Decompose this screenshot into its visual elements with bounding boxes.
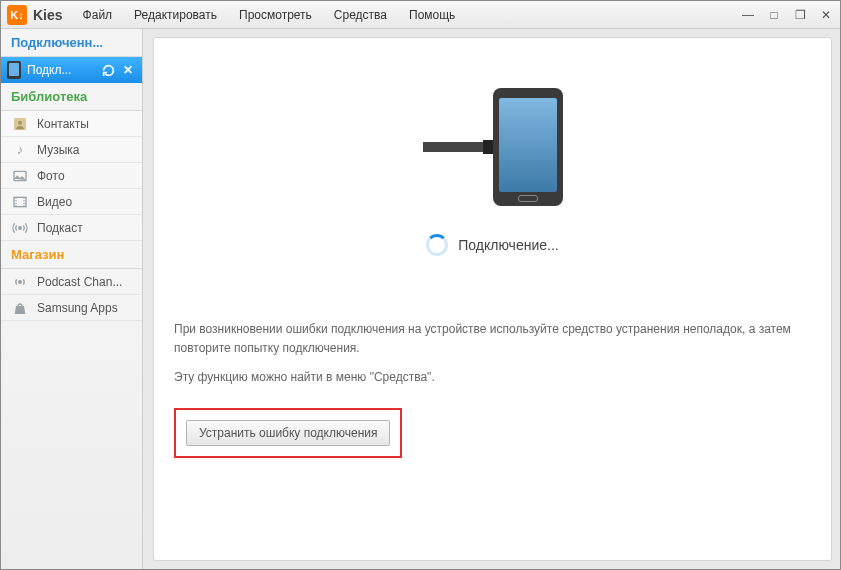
podcast-icon	[11, 219, 29, 237]
sidebar-item-label: Samsung Apps	[37, 301, 118, 315]
menu-bar: K↓ Kies Файл Редактировать Просмотреть С…	[1, 1, 840, 29]
sidebar-item-label: Фото	[37, 169, 65, 183]
samsung-apps-icon	[11, 299, 29, 317]
menu-edit[interactable]: Редактировать	[134, 8, 217, 22]
sidebar-item-samsung-apps[interactable]: Samsung Apps	[1, 295, 142, 321]
section-store: Магазин	[1, 241, 142, 269]
sidebar-item-contacts[interactable]: Контакты	[1, 111, 142, 137]
sidebar-item-photo[interactable]: Фото	[1, 163, 142, 189]
help-line-1: При возникновении ошибки подключения на …	[174, 320, 811, 358]
help-line-2: Эту функцию можно найти в меню "Средства…	[174, 368, 811, 387]
sidebar-item-podcast-channel[interactable]: Podcast Chan...	[1, 269, 142, 295]
main-panel-wrap: Подключение... При возникновении ошибки …	[143, 29, 840, 569]
maximize-icon[interactable]: □	[766, 7, 782, 23]
svg-point-1	[18, 120, 22, 124]
help-text: При возникновении ошибки подключения на …	[174, 320, 811, 458]
device-row[interactable]: Подкл... ✕	[1, 57, 142, 83]
connecting-label: Подключение...	[458, 237, 558, 253]
menu-view[interactable]: Просмотреть	[239, 8, 312, 22]
sidebar-item-label: Подкаст	[37, 221, 83, 235]
content-panel: Подключение... При возникновении ошибки …	[153, 37, 832, 561]
highlight-box: Устранить ошибку подключения	[174, 408, 402, 458]
app-icon: K↓	[7, 5, 27, 25]
sidebar-item-label: Контакты	[37, 117, 89, 131]
sidebar-item-label: Видео	[37, 195, 72, 209]
fix-connection-button[interactable]: Устранить ошибку подключения	[186, 420, 390, 446]
podcast-channel-icon	[11, 273, 29, 291]
spinner-icon	[426, 234, 448, 256]
section-library: Библиотека	[1, 83, 142, 111]
menu-file[interactable]: Файл	[83, 8, 113, 22]
svg-point-5	[19, 280, 22, 283]
close-device-icon[interactable]: ✕	[120, 62, 136, 78]
music-icon: ♪	[11, 141, 29, 159]
contacts-icon	[11, 115, 29, 133]
close-icon[interactable]: ✕	[818, 7, 834, 23]
device-label: Подкл...	[27, 63, 96, 77]
minimize-icon[interactable]: —	[740, 7, 756, 23]
svg-point-4	[19, 226, 22, 229]
refresh-icon[interactable]	[100, 62, 116, 78]
usb-cable-icon	[423, 142, 483, 152]
photo-icon	[11, 167, 29, 185]
svg-rect-3	[14, 197, 26, 206]
phone-device-icon	[493, 88, 563, 206]
restore-icon[interactable]: ❐	[792, 7, 808, 23]
menu-tools[interactable]: Средства	[334, 8, 387, 22]
sidebar-item-podcast[interactable]: Подкаст	[1, 215, 142, 241]
section-connected: Подключенн...	[1, 29, 142, 57]
app-title: Kies	[33, 7, 63, 23]
connecting-row: Подключение...	[174, 234, 811, 256]
sidebar-item-video[interactable]: Видео	[1, 189, 142, 215]
sidebar-item-label: Podcast Chan...	[37, 275, 122, 289]
video-icon	[11, 193, 29, 211]
phone-usb-graphic	[174, 88, 811, 206]
menu-help[interactable]: Помощь	[409, 8, 455, 22]
sidebar-item-music[interactable]: ♪ Музыка	[1, 137, 142, 163]
phone-mini-icon	[7, 61, 21, 79]
sidebar-item-label: Музыка	[37, 143, 79, 157]
sidebar: Подключенн... Подкл... ✕ Библиотека Конт…	[1, 29, 143, 569]
